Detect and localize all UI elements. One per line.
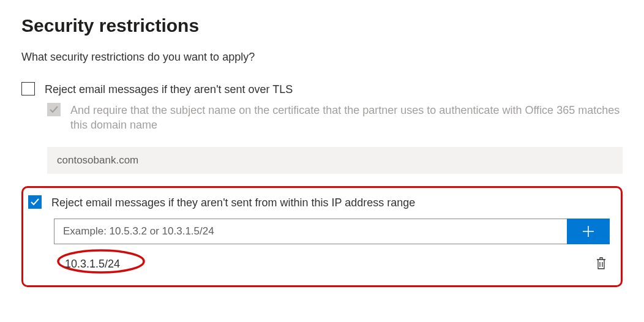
domain-input <box>47 147 623 174</box>
subject-checkbox <box>47 103 61 116</box>
tls-label: Reject email messages if they aren't sen… <box>45 82 293 97</box>
trash-icon <box>595 256 607 270</box>
page-title: Security restrictions <box>21 15 623 36</box>
ip-option-row: Reject email messages if they aren't sen… <box>28 195 610 210</box>
ip-entry-row: 10.3.1.5/24 <box>54 254 610 274</box>
plus-icon <box>581 224 596 239</box>
add-ip-button[interactable] <box>567 219 610 244</box>
ip-label: Reject email messages if they aren't sen… <box>51 195 415 210</box>
tls-option-row: Reject email messages if they aren't sen… <box>21 82 623 97</box>
ip-entry-value: 10.3.1.5/24 <box>54 258 120 271</box>
check-icon <box>48 104 59 115</box>
ip-input-row <box>54 219 610 244</box>
ip-section-annotation: Reject email messages if they aren't sen… <box>21 186 623 287</box>
ip-address-input[interactable] <box>54 219 567 244</box>
ip-checkbox[interactable] <box>28 195 42 209</box>
subject-sub-section: And require that the subject name on the… <box>47 103 623 174</box>
page-subtitle: What security restrictions do you want t… <box>21 51 623 64</box>
subject-label: And require that the subject name on the… <box>70 103 623 132</box>
tls-checkbox[interactable] <box>21 82 35 95</box>
subject-option-row: And require that the subject name on the… <box>47 103 623 132</box>
check-icon <box>29 197 40 208</box>
delete-ip-button[interactable] <box>593 254 610 274</box>
